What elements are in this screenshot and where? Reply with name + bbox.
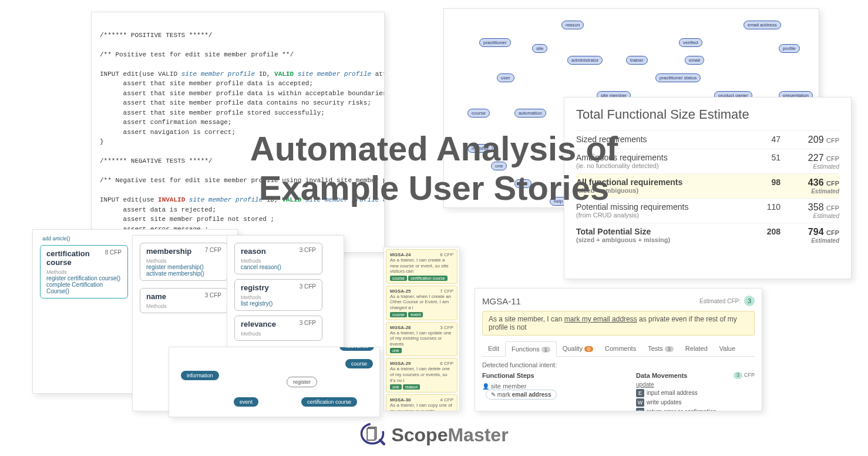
tab-value[interactable]: Value <box>714 341 741 356</box>
detail-tabs: Edit Functions1 Quality0 Comments Tests3… <box>482 341 755 357</box>
entity-method[interactable]: list registry() <box>241 300 316 307</box>
entity-cfp: 3 CFP <box>205 292 221 299</box>
functional-size-estimate-pane: Total Functional Size Estimate Sized req… <box>564 97 852 279</box>
entity-cfp: 3 CFP <box>300 283 316 290</box>
entity-card[interactable]: 8 CFPcertification courseMethodsregister… <box>40 245 128 299</box>
estimate-estimated: Estimated <box>780 163 839 170</box>
estimate-label: All functional requirements <box>576 177 751 187</box>
graph-node[interactable]: reason <box>561 21 584 29</box>
estimate-row: Total Potential Size(sized + ambiguous +… <box>576 223 839 247</box>
graph-node[interactable]: site <box>532 44 547 53</box>
estimate-count: 51 <box>751 153 780 162</box>
graph-node[interactable]: register <box>287 377 317 387</box>
estimate-count: 47 <box>751 135 780 144</box>
intent-label: Detected functional intent: <box>482 361 755 368</box>
story-cfp: 6 CFP <box>440 361 453 366</box>
graph-node[interactable]: event <box>234 397 258 407</box>
tab-functions[interactable]: Functions1 <box>505 341 557 357</box>
dm-update: update <box>636 381 755 388</box>
estimated-cfp-label: Estimated CFP: <box>699 298 741 304</box>
action-pill[interactable]: ✎ mark email address <box>486 390 557 400</box>
tab-edit[interactable]: Edit <box>482 341 505 356</box>
entity-card[interactable]: 3 CFPregistryMethodslist registry() <box>234 279 322 311</box>
story-tag: event <box>408 312 423 317</box>
story-card[interactable]: 4 CFPMGSA-30As a trainer, I can copy one… <box>386 394 457 411</box>
graph-node[interactable]: relevance <box>339 347 374 351</box>
cfp-badge-small: 3 <box>734 372 742 379</box>
graph-node[interactable]: trainer <box>626 56 648 65</box>
estimate-label: Sized requirements <box>576 135 751 144</box>
entity-method[interactable]: activate membership() <box>146 270 221 277</box>
entity-card[interactable]: 3 CFPnameMethods <box>140 288 228 313</box>
graph-node[interactable]: one <box>491 162 507 170</box>
estimate-row: Potential missing requirements(from CRUD… <box>576 198 839 223</box>
estimate-title: Total Functional Size Estimate <box>576 107 839 122</box>
methods-label: Methods <box>241 294 316 300</box>
dm-badge: E <box>636 389 644 397</box>
story-card[interactable]: 7 CFPMGSA-25As a trainer, when I create … <box>386 286 457 320</box>
graph-node[interactable]: certification course <box>301 397 357 407</box>
estimate-row: Sized requirements47209 CFP <box>576 130 839 149</box>
estimate-label: Potential missing requirements <box>576 202 751 212</box>
graph-node[interactable]: member <box>467 144 493 153</box>
estimate-count: 110 <box>751 202 780 212</box>
story-tag: one <box>390 348 402 353</box>
estimated-cfp-badge: 3 <box>744 296 755 306</box>
entity-method[interactable]: cancel reason() <box>241 264 316 270</box>
story-cfp: 8 CFP <box>440 252 453 257</box>
story-text: As a trainer, I can copy one of my cours… <box>390 403 453 411</box>
graph-node[interactable]: information <box>181 371 219 380</box>
tab-quality[interactable]: Quality0 <box>557 341 599 356</box>
story-tag: one <box>390 384 402 390</box>
graph-node[interactable]: course <box>345 359 373 368</box>
story-text: As a trainer, I can delete one of my cou… <box>390 366 453 383</box>
graph-node[interactable]: email <box>685 56 704 65</box>
estimate-sublabel: (ie. no functionality detected) <box>576 162 751 169</box>
graph-node[interactable]: user <box>497 73 514 82</box>
graph-node[interactable]: email address <box>743 21 781 29</box>
actor-name: site member <box>491 383 527 390</box>
entity-method[interactable]: complete Certification Course() <box>46 281 122 294</box>
graph-node[interactable]: administrator <box>567 56 603 65</box>
dm-badge: W <box>636 398 644 407</box>
graph-node[interactable]: time <box>514 179 531 188</box>
code-comment: /****** NEGATIVE TESTS *****/ <box>100 157 212 165</box>
graph-node[interactable]: automation <box>514 109 546 118</box>
story-card[interactable]: 6 CFPMGSA-29As a trainer, I can delete o… <box>386 358 457 393</box>
svg-rect-2 <box>368 428 375 440</box>
graph-node[interactable]: verified <box>679 38 702 47</box>
estimate-count: 98 <box>751 177 780 187</box>
graph-node[interactable]: profile <box>779 44 800 53</box>
tab-comments[interactable]: Comments <box>599 341 642 356</box>
story-text: As a site member, I can mark my email ad… <box>482 311 755 336</box>
graph-node[interactable]: course <box>467 109 490 118</box>
estimate-cfp: 209 <box>808 135 824 145</box>
story-tag: course <box>390 312 407 317</box>
estimate-cfp: 794 <box>808 227 824 237</box>
story-cfp: 3 CFP <box>440 325 453 330</box>
data-movements-header: Data Movements <box>636 372 732 379</box>
dm-badge: X <box>636 408 644 411</box>
story-id: MGSA-11 <box>482 296 699 306</box>
graph-node[interactable]: practitioner <box>479 38 511 47</box>
entity-method[interactable]: register certification course() <box>46 275 122 281</box>
story-list-pane: 8 CFPMGSA-24As a trainer, I can create a… <box>383 247 460 411</box>
graph-node[interactable]: practitioner status <box>655 73 701 82</box>
story-tag: course <box>390 276 407 281</box>
methods-label: Methods <box>241 331 316 337</box>
story-card[interactable]: 3 CFPMGSA-28As a trainer, I can update o… <box>386 322 457 357</box>
story-card[interactable]: 8 CFPMGSA-24As a trainer, I can create a… <box>386 249 457 284</box>
entity-card[interactable]: 3 CFPrelevanceMethods <box>234 316 322 341</box>
story-detail-pane: MGSA-11 Estimated CFP: 3 As a site membe… <box>475 288 762 411</box>
tab-tests[interactable]: Tests3 <box>642 341 679 356</box>
methods-label: Methods <box>46 269 122 275</box>
entity-card[interactable]: 3 CFPreasonMethodscancel reason() <box>234 243 322 274</box>
actor-icon: 👤 <box>482 383 491 390</box>
data-movement: Wwrite updates <box>636 398 755 407</box>
estimate-cfp: 436 <box>808 177 824 187</box>
methods-label: Methods <box>241 258 316 264</box>
estimate-sublabel: (sized + ambiguous + missing) <box>576 236 751 243</box>
tab-related[interactable]: Related <box>679 341 714 356</box>
entity-card[interactable]: 7 CFPmembershipMethodsregister membershi… <box>140 243 228 281</box>
entity-method[interactable]: register membership() <box>146 264 221 270</box>
